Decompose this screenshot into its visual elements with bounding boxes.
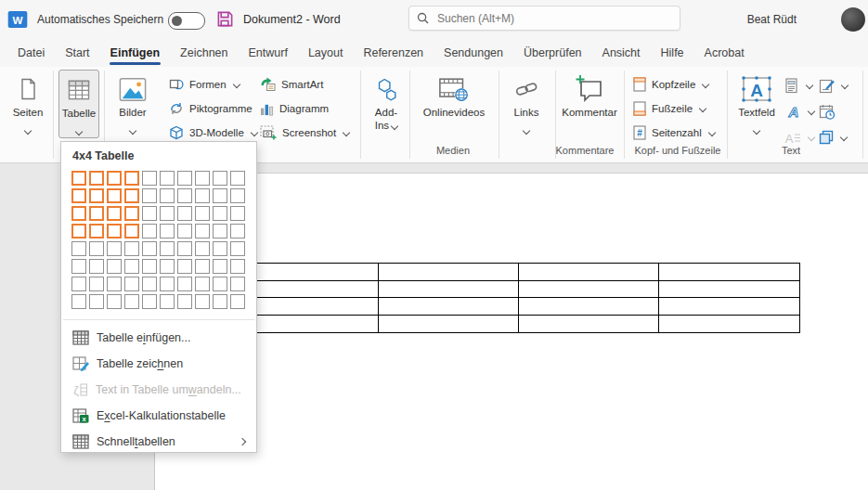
tabelle-button[interactable]: Tabelle — [58, 70, 99, 138]
grid-cell[interactable] — [107, 206, 122, 221]
grid-cell[interactable] — [213, 259, 227, 274]
grid-cell[interactable] — [213, 224, 227, 239]
screenshot-button[interactable]: Screenshot — [260, 122, 349, 144]
grid-cell[interactable] — [230, 206, 245, 221]
grid-cell[interactable] — [160, 224, 175, 239]
tab-acrobat[interactable]: Acrobat — [694, 39, 755, 67]
grid-cell[interactable] — [107, 294, 122, 309]
document-table-cell[interactable] — [239, 298, 379, 316]
grid-cell[interactable] — [107, 277, 122, 291]
grid-cell[interactable] — [195, 224, 210, 239]
document-table-cell[interactable] — [659, 316, 799, 333]
add-ins-button[interactable]: Add- Ins — [364, 70, 408, 138]
tab-datei[interactable]: Datei — [7, 39, 55, 67]
grid-cell[interactable] — [213, 188, 227, 203]
grid-cell[interactable] — [107, 241, 122, 256]
grid-cell[interactable] — [89, 224, 104, 239]
grid-cell[interactable] — [71, 188, 86, 203]
onlinevideos-button[interactable]: Onlinevideos — [414, 70, 494, 138]
grid-cell[interactable] — [142, 224, 157, 239]
grid-cell[interactable] — [89, 294, 104, 309]
grid-cell[interactable] — [213, 294, 227, 309]
grid-cell[interactable] — [124, 241, 139, 256]
links-button[interactable]: Links — [501, 70, 551, 138]
grid-cell[interactable] — [230, 171, 245, 186]
document-table-cell[interactable] — [519, 264, 659, 281]
textfeld-button[interactable]: A Textfeld — [732, 70, 782, 138]
grid-cell[interactable] — [195, 188, 210, 203]
signaturzeile-button[interactable] — [819, 74, 848, 97]
document-table-cell[interactable] — [379, 316, 519, 333]
grid-cell[interactable] — [177, 277, 192, 291]
avatar[interactable] — [841, 7, 865, 32]
tab-zeichnen[interactable]: Zeichnen — [170, 39, 238, 67]
document-table-cell[interactable] — [519, 298, 659, 316]
tab-ansicht[interactable]: Ansicht — [592, 39, 651, 67]
piktogramme-button[interactable]: Piktogramme — [169, 97, 253, 120]
tab-hilfe[interactable]: Hilfe — [651, 39, 694, 67]
document-table-cell[interactable] — [239, 281, 379, 299]
grid-cell[interactable] — [177, 259, 192, 274]
grid-cell[interactable] — [213, 277, 227, 291]
grid-cell[interactable] — [124, 188, 139, 203]
grid-cell[interactable] — [142, 259, 157, 274]
seitenzahl-button[interactable]: # Seitenzahl — [633, 122, 715, 144]
document-table-cell[interactable] — [379, 298, 519, 316]
grid-cell[interactable] — [160, 188, 175, 203]
grid-cell[interactable] — [142, 241, 157, 256]
grid-cell[interactable] — [124, 259, 139, 274]
tab-layout[interactable]: Layout — [298, 39, 354, 67]
save-icon[interactable] — [216, 10, 234, 28]
grid-cell[interactable] — [71, 206, 86, 221]
seiten-button[interactable]: Seiten — [6, 70, 50, 138]
document-table-cell[interactable] — [659, 264, 799, 281]
grid-cell[interactable] — [177, 171, 192, 186]
document-table[interactable] — [238, 263, 800, 333]
grid-cell[interactable] — [195, 206, 210, 221]
grid-cell[interactable] — [89, 259, 104, 274]
document-table-cell[interactable] — [659, 298, 799, 316]
fusszeile-button[interactable]: Fußzeile — [633, 97, 706, 120]
menu-item-schnelltabellen[interactable]: Schnelltabellen — [61, 429, 256, 455]
autosave-toggle[interactable] — [168, 12, 205, 30]
grid-cell[interactable] — [230, 259, 245, 274]
grid-cell[interactable] — [107, 259, 122, 274]
grid-cell[interactable] — [71, 294, 86, 309]
grid-cell[interactable] — [177, 294, 192, 309]
menu-item-tabelle-zeichnen[interactable]: Tabelle zeichnen — [61, 351, 256, 377]
datum-uhrzeit-button[interactable] — [819, 100, 836, 122]
grid-cell[interactable] — [177, 206, 192, 221]
document-table-cell[interactable] — [239, 316, 379, 333]
grid-cell[interactable] — [160, 171, 175, 186]
menu-item-tabelle-einfuegen[interactable]: Tabelle einfügen... — [61, 325, 256, 351]
grid-cell[interactable] — [160, 241, 175, 256]
grid-cell[interactable] — [195, 294, 210, 309]
tab-entwurf[interactable]: Entwurf — [239, 39, 298, 67]
grid-cell[interactable] — [230, 224, 245, 239]
document-table-cell[interactable] — [239, 264, 379, 281]
search-input[interactable] — [435, 11, 672, 26]
grid-cell[interactable] — [142, 294, 157, 309]
document-table-cell[interactable] — [519, 281, 659, 299]
grid-cell[interactable] — [124, 224, 139, 239]
table-size-grid[interactable] — [71, 171, 245, 309]
grid-cell[interactable] — [213, 241, 227, 256]
document-table-cell[interactable] — [379, 264, 519, 281]
grid-cell[interactable] — [160, 259, 175, 274]
grid-cell[interactable] — [89, 188, 104, 203]
grid-cell[interactable] — [107, 224, 122, 239]
grid-cell[interactable] — [124, 294, 139, 309]
grid-cell[interactable] — [177, 188, 192, 203]
grid-cell[interactable] — [71, 259, 86, 274]
grid-cell[interactable] — [89, 171, 104, 186]
grid-cell[interactable] — [89, 241, 104, 256]
grid-cell[interactable] — [142, 206, 157, 221]
tab-einfuegen[interactable]: Einfügen — [100, 39, 170, 67]
grid-cell[interactable] — [230, 188, 245, 203]
grid-cell[interactable] — [177, 224, 192, 239]
grid-cell[interactable] — [230, 294, 245, 309]
grid-cell[interactable] — [160, 294, 175, 309]
grid-cell[interactable] — [71, 171, 86, 186]
smartart-button[interactable]: SmartArt — [260, 73, 323, 96]
grid-cell[interactable] — [195, 241, 210, 256]
